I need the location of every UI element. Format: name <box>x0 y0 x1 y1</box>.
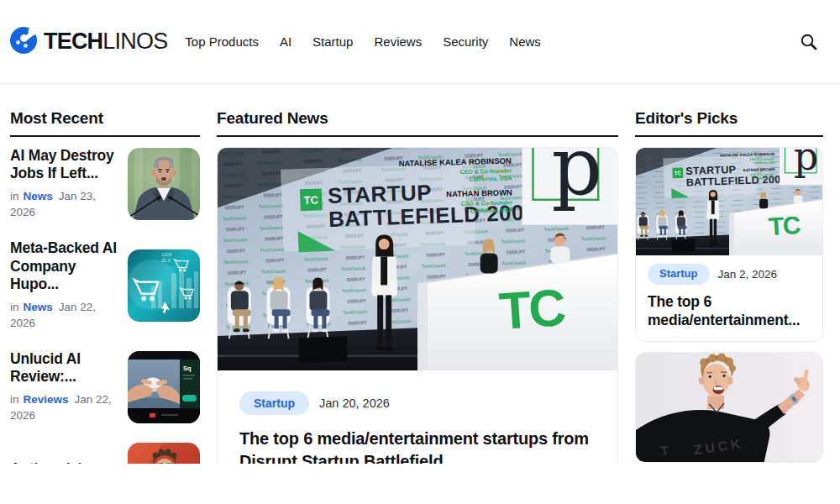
brand-name: TECHLINOS <box>44 30 167 53</box>
article-title[interactable]: Meta-Backed AI Company Hupo... <box>10 239 118 294</box>
site-header: TECHLINOS Top Products AI Startup Review… <box>0 0 840 84</box>
article-list-item[interactable]: Anthropic's CEO surprised <box>10 443 200 464</box>
brand-logo[interactable]: TECHLINOS <box>10 27 167 57</box>
page: TECHLINOS Top Products AI Startup Review… <box>0 0 840 504</box>
brand-logo-icon <box>10 27 37 57</box>
svg-text:32.0: 32.0 <box>161 258 171 263</box>
article-thumbnail[interactable] <box>128 443 200 464</box>
article-date: Jan 2, 2026 <box>718 268 778 281</box>
sadiq-khan-image <box>128 148 200 220</box>
article-thumbnail[interactable]: Sq <box>128 351 200 423</box>
category-badge[interactable]: Startup <box>648 264 710 285</box>
shopping-carts-image: 1205 32.0 <box>128 249 200 322</box>
section-heading-most-recent: Most Recent <box>10 109 200 137</box>
editors-pick-title[interactable]: The top 6 media/entertainment... <box>648 293 811 330</box>
article-thumbnail[interactable] <box>128 148 200 220</box>
nav-item-security[interactable]: Security <box>443 34 488 49</box>
category-badge[interactable]: Startup <box>239 391 309 415</box>
nav-item-reviews[interactable]: Reviews <box>374 34 422 49</box>
disrupt-stage-image <box>636 148 822 255</box>
article-title[interactable]: Anthropic's CEO surprised <box>10 460 118 464</box>
featured-article-image[interactable] <box>218 148 617 370</box>
editors-pick-image[interactable] <box>636 148 822 255</box>
section-heading-editors-picks: Editor's Picks <box>635 109 823 137</box>
article-meta: inNewsJan 22, 2026 <box>10 300 118 332</box>
featured-news-section: Featured News Startup Jan 20, 2026 The t… <box>217 109 618 464</box>
section-heading-featured-news: Featured News <box>217 109 618 137</box>
editors-picks-section: Editor's Picks Startup Jan 2, 2026 The t… <box>635 109 823 464</box>
main-nav: Top Products AI Startup Reviews Security… <box>185 34 541 49</box>
mark-zuckerberg-image: T ZUCK <box>636 353 822 462</box>
category-link[interactable]: News <box>24 301 53 313</box>
search-icon <box>799 32 818 51</box>
editors-pick-card[interactable]: Startup Jan 2, 2026 The top 6 media/ente… <box>635 147 823 343</box>
viewport-clip: TECHLINOS Top Products AI Startup Review… <box>0 0 840 464</box>
article-date: Jan 20, 2026 <box>319 396 390 410</box>
article-list-item[interactable]: Unlucid AI Review:... inReviewsJan 22, 2… <box>10 350 200 424</box>
article-meta: inNewsJan 23, 2026 <box>10 189 118 221</box>
featured-article-title[interactable]: The top 6 media/entertainment startups f… <box>239 428 596 464</box>
featured-article-card[interactable]: Startup Jan 20, 2026 The top 6 media/ent… <box>217 147 618 464</box>
article-list-item[interactable]: Meta-Backed AI Company Hupo... inNewsJan… <box>10 239 200 332</box>
article-list-item[interactable]: AI May Destroy Jobs If Left... inNewsJan… <box>10 147 200 221</box>
editors-pick-card[interactable]: T ZUCK <box>635 352 823 463</box>
svg-text:1205: 1205 <box>161 252 171 257</box>
search-button[interactable] <box>794 27 823 56</box>
article-title[interactable]: AI May Destroy Jobs If Left... <box>10 147 118 183</box>
article-title[interactable]: Unlucid AI Review:... <box>10 350 118 386</box>
svg-text:Sq: Sq <box>183 365 192 372</box>
most-recent-section: Most Recent AI May Destroy Jobs If Left.… <box>10 109 200 464</box>
unlucid-screenshot-image: Sq <box>128 351 200 423</box>
nav-item-top-products[interactable]: Top Products <box>185 34 259 49</box>
editors-pick-image[interactable]: T ZUCK <box>636 353 822 462</box>
nav-item-startup[interactable]: Startup <box>312 34 353 49</box>
main-content: Most Recent AI May Destroy Jobs If Left.… <box>0 109 840 464</box>
anthropic-ceo-image <box>128 443 200 464</box>
category-link[interactable]: News <box>24 190 53 202</box>
nav-item-news[interactable]: News <box>509 34 541 49</box>
category-link[interactable]: Reviews <box>24 393 69 406</box>
article-meta: inReviewsJan 22, 2026 <box>10 392 118 424</box>
article-thumbnail[interactable]: 1205 32.0 <box>128 249 200 322</box>
nav-item-ai[interactable]: AI <box>280 34 291 49</box>
disrupt-stage-image <box>218 148 617 370</box>
